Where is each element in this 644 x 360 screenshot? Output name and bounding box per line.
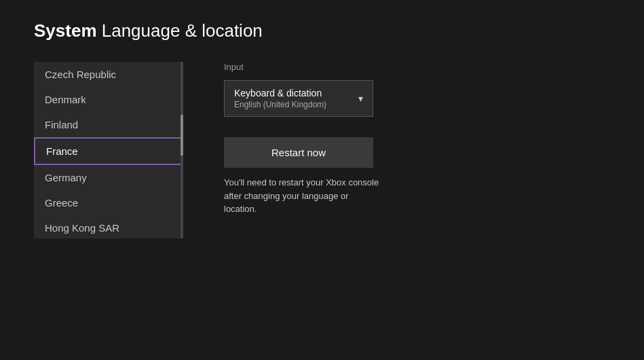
dropdown-label: Keyboard & dictation English (United Kin… — [234, 88, 326, 109]
content-area: Czech RepublicDenmarkFinlandFranceGerman… — [34, 62, 610, 238]
restart-description: You'll need to restart your Xbox console… — [224, 176, 380, 216]
country-list-container: Czech RepublicDenmarkFinlandFranceGerman… — [34, 62, 183, 238]
list-item[interactable]: Czech Republic — [34, 62, 183, 87]
scrollbar-thumb — [181, 115, 183, 156]
input-section-label: Input — [224, 62, 610, 72]
dropdown-sub-text: English (United Kingdom) — [234, 100, 326, 109]
dropdown-main-text: Keyboard & dictation — [234, 88, 326, 98]
restart-section: Restart now You'll need to restart your … — [224, 137, 610, 216]
country-list-scroll: Czech RepublicDenmarkFinlandFranceGerman… — [34, 62, 183, 238]
keyboard-dropdown[interactable]: Keyboard & dictation English (United Kin… — [224, 80, 373, 117]
list-item[interactable]: Greece — [34, 190, 183, 215]
scrollbar — [181, 62, 183, 238]
page-container: System Language & location Czech Republi… — [0, 0, 644, 360]
list-item[interactable]: France — [34, 137, 183, 165]
list-item[interactable]: Hong Kong SAR — [34, 215, 183, 238]
chevron-down-icon: ▾ — [358, 93, 363, 104]
page-title: System Language & location — [34, 20, 610, 41]
list-item[interactable]: Finland — [34, 112, 183, 137]
right-panel: Input Keyboard & dictation English (Unit… — [224, 62, 610, 216]
list-item[interactable]: Germany — [34, 165, 183, 190]
list-item[interactable]: Denmark — [34, 87, 183, 112]
restart-now-button[interactable]: Restart now — [224, 137, 373, 168]
